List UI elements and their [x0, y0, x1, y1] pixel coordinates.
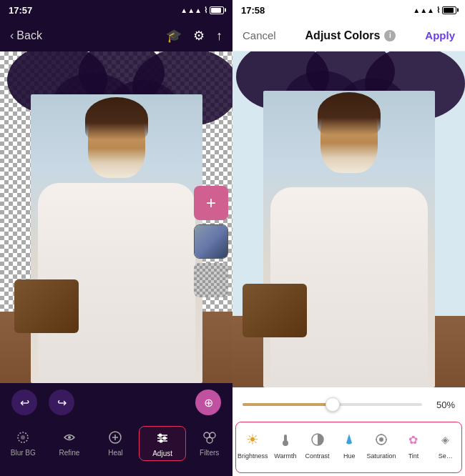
- se-label: Se…: [439, 452, 453, 460]
- bottom-toolbar-left: ↩ ↪ ⊕ Blur BG: [0, 383, 232, 476]
- redo-button[interactable]: ↪: [49, 390, 74, 415]
- adjust-icon: [154, 430, 171, 447]
- slider-row: 50%: [232, 387, 465, 422]
- tool-heal[interactable]: Heal: [92, 426, 139, 460]
- filters-label: Filters: [200, 449, 219, 457]
- signal-icon-right: ▲▲▲: [413, 6, 434, 14]
- thumb-photo[interactable]: [194, 224, 228, 259]
- undo-redo-row: ↩ ↪ ⊕: [0, 383, 232, 422]
- brightness-icon: ☀: [243, 430, 263, 450]
- tool-adjust[interactable]: Adjust: [139, 426, 187, 461]
- heal-label: Heal: [108, 449, 123, 457]
- adjust-saturation[interactable]: Saturation: [366, 425, 398, 464]
- tool-blur-bg[interactable]: Blur BG: [0, 426, 46, 460]
- battery-icon-right: [442, 6, 456, 14]
- contrast-icon: [308, 430, 328, 450]
- svg-point-6: [21, 435, 25, 440]
- svg-point-27: [379, 437, 383, 442]
- redo-icon: ↪: [57, 396, 67, 410]
- refine-label: Refine: [59, 449, 79, 457]
- panel-title: Adjust Colors: [305, 29, 381, 42]
- blur-bg-icon: [14, 429, 31, 446]
- adjust-brightness[interactable]: ☀ Brightness: [236, 425, 270, 464]
- adjust-tint[interactable]: ✿ Tint: [398, 425, 430, 464]
- adjust-tools-row: ☀ Brightness Warmth: [235, 422, 462, 473]
- radio-box-right: [243, 284, 307, 337]
- wifi-icon-right: ⌇: [436, 6, 440, 15]
- tool-refine[interactable]: Refine: [46, 426, 93, 460]
- add-thumb-button[interactable]: +: [194, 186, 228, 220]
- hair-right: [318, 92, 381, 135]
- back-label: Back: [16, 29, 42, 42]
- nav-bar-left: ‹ Back 🎓 ⚙ ↑: [0, 20, 232, 51]
- contrast-label: Contrast: [305, 452, 330, 460]
- wifi-icon-left: ⌇: [204, 6, 207, 15]
- left-panel: 17:57 ▲▲▲ ⌇ ‹ Back 🎓 ⚙ ↑: [0, 0, 232, 476]
- blur-bg-label: Blur BG: [11, 449, 36, 457]
- time-left: 17:57: [9, 5, 32, 16]
- radio-box: [14, 279, 79, 333]
- tint-label: Tint: [408, 452, 419, 460]
- battery-icon-left: [210, 6, 224, 14]
- nav-bar-right: Cancel Adjust Colors i Apply: [232, 20, 465, 51]
- time-right: 17:58: [241, 5, 265, 16]
- adjust-hue[interactable]: Hue: [333, 425, 366, 464]
- thumb-img-inner: [195, 225, 227, 258]
- person-photo-left: [31, 94, 202, 383]
- saturation-label: Saturation: [367, 452, 396, 460]
- adjust-se[interactable]: ◈ Se…: [429, 425, 461, 464]
- layers-button[interactable]: ⊕: [195, 390, 221, 415]
- se-icon: ◈: [436, 430, 456, 450]
- svg-point-13: [163, 437, 167, 440]
- canvas-left: +: [0, 51, 232, 383]
- status-icons-left: ▲▲▲ ⌇: [180, 6, 224, 15]
- warmth-icon: [275, 430, 295, 450]
- warmth-label: Warmth: [274, 452, 296, 460]
- signal-icon-left: ▲▲▲: [180, 6, 202, 14]
- svg-point-7: [68, 436, 71, 439]
- plus-icon: +: [206, 193, 216, 213]
- title-area: Adjust Colors i: [305, 29, 396, 42]
- undo-redo-buttons: ↩ ↪: [11, 390, 74, 415]
- undo-icon: ↩: [20, 396, 29, 410]
- info-icon[interactable]: i: [384, 30, 396, 41]
- layers-icon: ⊕: [204, 396, 213, 410]
- tools-row: Blur BG Refine: [0, 422, 232, 476]
- status-icons-right: ▲▲▲ ⌇: [413, 6, 456, 15]
- slider-fill: [243, 403, 333, 406]
- right-panel: 17:58 ▲▲▲ ⌇ Cancel Adjust Colors i Apply: [232, 0, 465, 476]
- canvas-right: [232, 51, 465, 387]
- apply-button[interactable]: Apply: [425, 29, 455, 41]
- adjust-warmth[interactable]: Warmth: [270, 425, 302, 464]
- back-button[interactable]: ‹ Back: [10, 29, 42, 42]
- svg-point-14: [160, 440, 163, 443]
- slider-track[interactable]: [243, 403, 422, 406]
- thumb-transparent[interactable]: [194, 263, 228, 297]
- slider-thumb[interactable]: [326, 397, 340, 412]
- refine-icon: [61, 429, 78, 446]
- heal-icon: [107, 429, 124, 446]
- person-photo-right: [263, 91, 435, 387]
- hat-icon[interactable]: 🎓: [166, 28, 182, 44]
- svg-point-12: [159, 434, 162, 437]
- hue-icon: [339, 430, 359, 450]
- nav-icons-right: 🎓 ⚙ ↑: [166, 28, 222, 44]
- adjust-label: Adjust: [152, 450, 172, 457]
- undo-button[interactable]: ↩: [11, 390, 37, 415]
- thumbnail-strip: +: [194, 186, 228, 297]
- svg-point-24: [283, 440, 288, 446]
- status-bar-right: 17:58 ▲▲▲ ⌇: [232, 0, 465, 20]
- status-bar-left: 17:57 ▲▲▲ ⌇: [0, 0, 232, 20]
- share-icon[interactable]: ↑: [216, 29, 222, 44]
- hue-label: Hue: [343, 452, 356, 460]
- tool-filters[interactable]: Filters: [186, 426, 232, 460]
- tint-icon: ✿: [403, 430, 424, 450]
- svg-point-17: [207, 437, 212, 443]
- brightness-label: Brightness: [238, 452, 268, 460]
- adjust-contrast[interactable]: Contrast: [301, 425, 333, 464]
- gear-icon[interactable]: ⚙: [193, 28, 205, 44]
- cancel-button[interactable]: Cancel: [243, 29, 276, 41]
- saturation-icon: [371, 430, 391, 450]
- filters-icon: [201, 429, 218, 446]
- bottom-toolbar-right: 50% ☀ Brightness Warmth: [232, 387, 465, 476]
